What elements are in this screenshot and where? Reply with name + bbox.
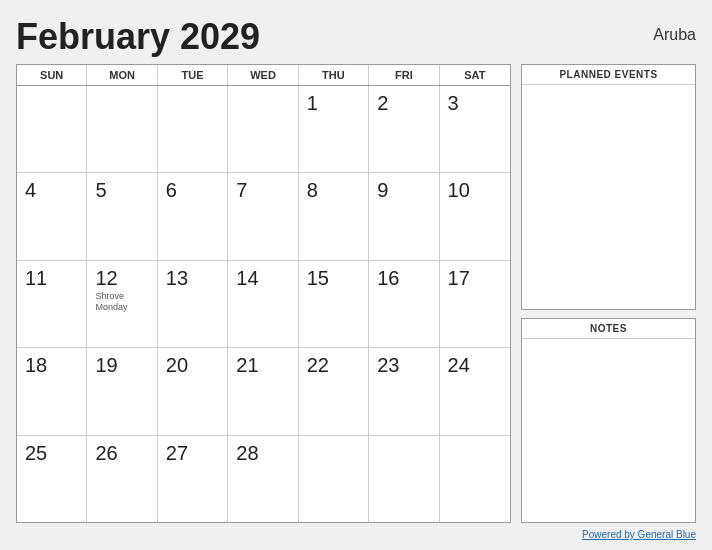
notes-content — [522, 339, 695, 522]
day-number: 23 — [377, 354, 430, 376]
cal-cell: 6 — [158, 173, 228, 259]
cal-cell: 18 — [17, 348, 87, 434]
month-title: February 2029 — [16, 16, 260, 58]
calendar-body: 123456789101112Shrove Monday131415161718… — [17, 86, 510, 522]
day-header-mon: MON — [87, 65, 157, 85]
cal-cell: 20 — [158, 348, 228, 434]
cal-cell: 24 — [440, 348, 510, 434]
day-header-sun: SUN — [17, 65, 87, 85]
day-number: 9 — [377, 179, 430, 201]
cal-cell: 23 — [369, 348, 439, 434]
cal-cell: 13 — [158, 261, 228, 347]
day-number: 16 — [377, 267, 430, 289]
sidebar: PLANNED EVENTS NOTES — [521, 64, 696, 523]
day-number: 2 — [377, 92, 430, 114]
powered-by-link[interactable]: Powered by General Blue — [582, 529, 696, 540]
day-number: 7 — [236, 179, 289, 201]
cal-cell: 1 — [299, 86, 369, 172]
day-number: 1 — [307, 92, 360, 114]
cal-cell: 11 — [17, 261, 87, 347]
cal-cell: 14 — [228, 261, 298, 347]
week-row-4: 18192021222324 — [17, 348, 510, 435]
cal-cell: 26 — [87, 436, 157, 522]
day-number: 12 — [95, 267, 148, 289]
cal-cell — [87, 86, 157, 172]
day-number: 18 — [25, 354, 78, 376]
calendar: SUNMONTUEWEDTHUFRISAT 123456789101112Shr… — [16, 64, 511, 523]
day-header-fri: FRI — [369, 65, 439, 85]
day-number: 10 — [448, 179, 502, 201]
cal-cell: 4 — [17, 173, 87, 259]
day-header-tue: TUE — [158, 65, 228, 85]
day-number: 20 — [166, 354, 219, 376]
day-event: Shrove Monday — [95, 291, 148, 313]
cal-cell: 8 — [299, 173, 369, 259]
day-number: 24 — [448, 354, 502, 376]
notes-box: NOTES — [521, 318, 696, 523]
cal-cell: 7 — [228, 173, 298, 259]
planned-events-content — [522, 85, 695, 309]
cal-cell: 17 — [440, 261, 510, 347]
day-number: 19 — [95, 354, 148, 376]
planned-events-title: PLANNED EVENTS — [522, 65, 695, 85]
day-header-sat: SAT — [440, 65, 510, 85]
cal-cell: 25 — [17, 436, 87, 522]
cal-cell: 9 — [369, 173, 439, 259]
cal-cell — [299, 436, 369, 522]
day-number: 3 — [448, 92, 502, 114]
day-number: 11 — [25, 267, 78, 289]
cal-cell: 15 — [299, 261, 369, 347]
cal-cell: 16 — [369, 261, 439, 347]
day-number: 26 — [95, 442, 148, 464]
calendar-header: SUNMONTUEWEDTHUFRISAT — [17, 65, 510, 86]
cal-cell: 28 — [228, 436, 298, 522]
cal-cell: 19 — [87, 348, 157, 434]
cal-cell: 22 — [299, 348, 369, 434]
cal-cell: 27 — [158, 436, 228, 522]
cal-cell: 3 — [440, 86, 510, 172]
day-header-wed: WED — [228, 65, 298, 85]
day-number: 28 — [236, 442, 289, 464]
cal-cell: 5 — [87, 173, 157, 259]
week-row-5: 25262728 — [17, 436, 510, 522]
day-number: 15 — [307, 267, 360, 289]
cal-cell: 10 — [440, 173, 510, 259]
day-number: 27 — [166, 442, 219, 464]
header: February 2029 Aruba — [16, 16, 696, 58]
day-number: 14 — [236, 267, 289, 289]
cal-cell — [17, 86, 87, 172]
week-row-1: 123 — [17, 86, 510, 173]
planned-events-box: PLANNED EVENTS — [521, 64, 696, 310]
cal-cell: 12Shrove Monday — [87, 261, 157, 347]
page: February 2029 Aruba SUNMONTUEWEDTHUFRISA… — [0, 0, 712, 550]
footer: Powered by General Blue — [16, 529, 696, 540]
country-name: Aruba — [653, 26, 696, 44]
cal-cell: 2 — [369, 86, 439, 172]
cal-cell: 21 — [228, 348, 298, 434]
day-number: 22 — [307, 354, 360, 376]
week-row-3: 1112Shrove Monday1314151617 — [17, 261, 510, 348]
day-header-thu: THU — [299, 65, 369, 85]
cal-cell — [369, 436, 439, 522]
day-number: 17 — [448, 267, 502, 289]
main-area: SUNMONTUEWEDTHUFRISAT 123456789101112Shr… — [16, 64, 696, 523]
day-number: 21 — [236, 354, 289, 376]
day-number: 13 — [166, 267, 219, 289]
day-number: 6 — [166, 179, 219, 201]
cal-cell — [228, 86, 298, 172]
day-number: 8 — [307, 179, 360, 201]
day-number: 5 — [95, 179, 148, 201]
day-number: 4 — [25, 179, 78, 201]
cal-cell — [158, 86, 228, 172]
notes-title: NOTES — [522, 319, 695, 339]
day-number: 25 — [25, 442, 78, 464]
cal-cell — [440, 436, 510, 522]
week-row-2: 45678910 — [17, 173, 510, 260]
